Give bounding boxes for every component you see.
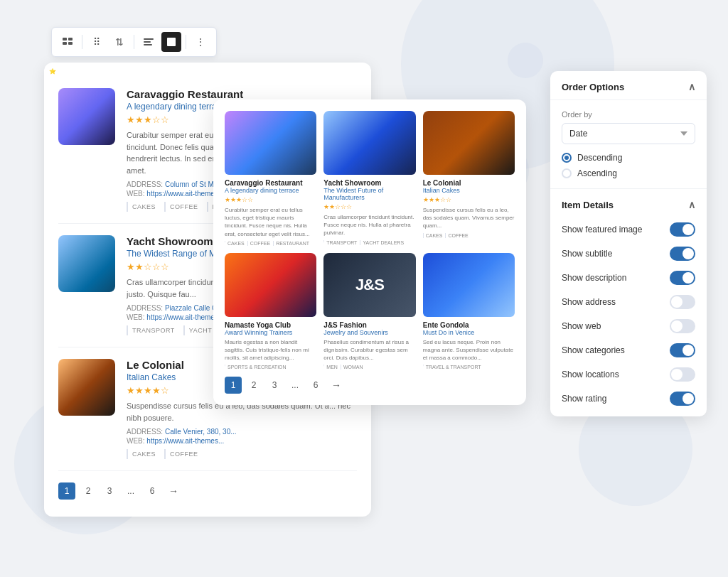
toggle-web[interactable] [670, 319, 695, 333]
toolbar-divider [82, 35, 82, 49]
grid-item-subtitle: Jewelry and Souvenirs [323, 329, 415, 336]
web-value: https://www.ait-themes... [146, 313, 224, 321]
grid-item-desc: Mauris egestas a non blandit sagittis. C… [225, 338, 316, 362]
svg-rect-5 [144, 41, 151, 43]
descending-radio[interactable] [562, 153, 572, 163]
toggle-description[interactable] [670, 271, 695, 285]
svg-rect-0 [63, 38, 67, 41]
toolbar-divider3 [186, 35, 186, 49]
chevron-up-icon: ∧ [688, 81, 695, 92]
grid-item-stars: ★★★☆☆ [225, 196, 316, 203]
grid-item-image [423, 253, 515, 317]
toggle-featured-image[interactable] [670, 222, 695, 237]
grid-item-title: J&S Fashion [323, 321, 415, 329]
page-btn-3[interactable]: 3 [101, 482, 118, 500]
toggle-row-subtitle: Show subtitle [550, 242, 707, 266]
toggle-row-description: Show description [550, 266, 707, 290]
grid-item-image [225, 253, 316, 317]
descending-option[interactable]: Descending [562, 153, 695, 163]
toggle-label: Show rating [562, 394, 606, 404]
toggle-label: Show address [562, 297, 616, 307]
toggle-row-locations: Show locations [550, 362, 707, 387]
toggle-label: Show subtitle [562, 249, 612, 259]
item-details-title: Item Details [562, 200, 614, 210]
grid-card: Caravaggio Restaurant A legendary dining… [213, 99, 526, 405]
order-by-section: Order by Date Title Rating ID Descending… [550, 100, 707, 188]
grid-tag: COFFEE [445, 233, 468, 238]
page-ellipsis: ... [122, 482, 139, 500]
item-web: WEB: https://www.ait-themes... [127, 437, 357, 445]
svg-rect-4 [144, 38, 154, 40]
svg-rect-2 [63, 42, 67, 45]
web-value: https://www.ait-themes... [146, 190, 224, 198]
toggle-locations[interactable] [670, 367, 695, 382]
ascending-option[interactable]: Ascending [562, 168, 695, 178]
grid-item: J&S J&S Fashion Jewelry and Souvenirs Ph… [323, 253, 415, 370]
grid-page-btn-6[interactable]: 6 [307, 377, 324, 394]
grid-item-image [225, 111, 316, 175]
web-value: https://www.ait-themes... [146, 437, 224, 445]
grid-item-tags: TRAVEL & TRANSPORT [423, 365, 515, 370]
grid-item: Namaste Yoga Club Award Winning Trainers… [225, 253, 316, 370]
tag: CAKES [127, 449, 160, 459]
item-image: ⭐ [58, 88, 115, 145]
grid-page-btn-3[interactable]: 3 [266, 377, 283, 394]
grid-tag: COFFEE [247, 241, 270, 246]
drag-btn[interactable]: ⠿ [87, 32, 107, 52]
grid-tag: YACHT DEALERS [360, 240, 404, 245]
tag: COFFEE [164, 449, 203, 459]
tag: CAKES [127, 202, 160, 212]
grid-item-desc: Curabitur semper erat eu tellus luctus, … [225, 206, 316, 238]
order-by-select[interactable]: Date Title Rating ID [562, 123, 695, 144]
toggle-label: Show locations [562, 370, 619, 379]
svg-rect-6 [144, 44, 152, 45]
grid-tag: MEN [323, 365, 338, 370]
grid-item-desc: Sed eu lacus neque. Proin non magna ante… [423, 338, 515, 362]
item-tags: CAKES COFFEE [127, 449, 357, 459]
toggle-subtitle[interactable] [670, 247, 695, 261]
list-view-btn[interactable] [58, 32, 77, 52]
align-btn[interactable] [139, 32, 159, 52]
toolbar-divider2 [134, 35, 134, 49]
grid-page-next-btn[interactable]: → [328, 377, 345, 394]
ascending-label: Ascending [577, 168, 617, 178]
toggle-rating[interactable] [670, 392, 695, 406]
grid-item-title: Namaste Yoga Club [225, 321, 316, 329]
grid-tag: SPORTS & RECREATION [225, 365, 287, 370]
address-value: Calle Venier, 380, 30... [165, 428, 237, 436]
grid-tag: TRANSPORT [323, 240, 357, 245]
grid-item: Caravaggio Restaurant A legendary dining… [225, 111, 316, 246]
grid-item-image: J&S [323, 253, 415, 317]
grid-tag: TRAVEL & TRANSPORT [423, 365, 481, 370]
more-btn[interactable]: ⋮ [191, 32, 210, 52]
toggle-categories[interactable] [670, 343, 695, 357]
svg-rect-7 [167, 38, 176, 46]
ascending-radio[interactable] [562, 168, 572, 178]
page-btn-2[interactable]: 2 [80, 482, 97, 500]
grid-page-btn-1[interactable]: 1 [225, 377, 242, 394]
grid-page-ellipsis: ... [287, 377, 304, 394]
options-panel: Order Options ∧ Order by Date Title Rati… [550, 71, 707, 416]
grid-item: Ente Gondola Must Do in Venice Sed eu la… [423, 253, 515, 370]
list-pagination: 1 2 3 ... 6 → [58, 471, 357, 502]
svg-rect-1 [68, 38, 73, 41]
arrows-btn[interactable]: ⇅ [109, 32, 129, 52]
grid-item-subtitle: The Widest Future of Manufacturers [323, 187, 415, 201]
toggle-address[interactable] [670, 295, 695, 309]
grid-item: Yacht Showroom The Widest Future of Manu… [323, 111, 415, 246]
order-by-label: Order by [562, 110, 695, 119]
page-btn-6[interactable]: 6 [144, 482, 161, 500]
item-image: ⭐ [58, 359, 115, 416]
toggle-row-address: Show address [550, 290, 707, 314]
toggle-label: Show description [562, 273, 626, 283]
block-btn[interactable] [161, 32, 181, 52]
page-btn-1[interactable]: 1 [58, 482, 75, 500]
order-options-title: Order Options [562, 82, 624, 92]
grid-page-btn-2[interactable]: 2 [245, 377, 262, 394]
grid-item-tags: MEN WOMAN [323, 365, 415, 370]
grid-item-desc: Suspendisse cursus felis eu a leo, das s… [423, 206, 515, 230]
page-next-btn[interactable]: → [165, 482, 182, 500]
svg-rect-3 [68, 42, 73, 45]
grid-item-tags: SPORTS & RECREATION [225, 365, 316, 370]
grid-item-image [323, 111, 415, 175]
